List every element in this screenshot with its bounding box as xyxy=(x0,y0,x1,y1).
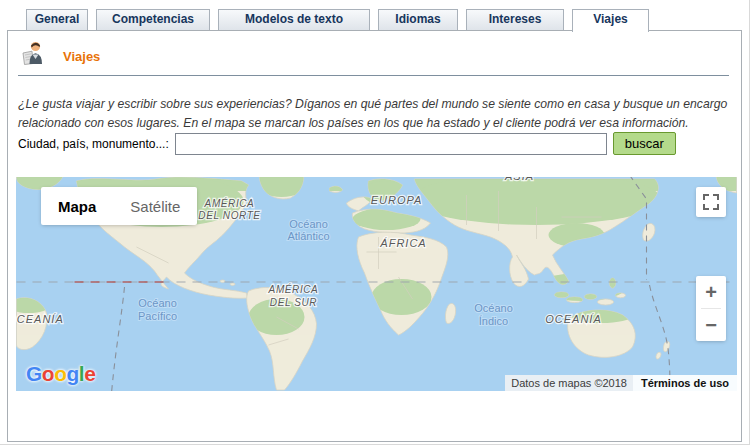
svg-text:Índico: Índico xyxy=(479,315,508,327)
map-type-map-button[interactable]: Mapa xyxy=(41,187,113,225)
tab-intereses[interactable]: Intereses xyxy=(466,9,564,30)
fullscreen-button[interactable] xyxy=(696,187,726,217)
label-america-del-sur: AMÉRICA xyxy=(268,283,319,295)
map-attribution: Datos de mapas ©2018 Términos de uso xyxy=(505,375,737,391)
terms-of-use-link[interactable]: Términos de uso xyxy=(633,375,737,391)
header-divider xyxy=(18,75,729,76)
svg-text:Atlántico: Atlántico xyxy=(287,230,329,242)
label-oceano-atlantico: Océano xyxy=(289,218,328,230)
viajes-panel: Viajes ¿Le gusta viajar y escribir sobre… xyxy=(7,30,742,442)
zoom-control: + − xyxy=(696,276,726,341)
tab-competencias[interactable]: Competencias xyxy=(96,9,210,30)
map-type-control: Mapa Satélite xyxy=(41,187,197,225)
svg-text:DEL SUR: DEL SUR xyxy=(270,297,317,308)
search-button[interactable]: buscar xyxy=(613,132,676,155)
search-input[interactable] xyxy=(175,133,607,155)
world-map[interactable]: AMÉRICA DEL NORTE EUROPA ÁFRICA ASIA AMÉ… xyxy=(16,177,737,391)
traveler-icon xyxy=(20,39,47,66)
label-america-del-norte: AMÉRICA xyxy=(204,197,255,209)
tab-idiomas[interactable]: Idiomas xyxy=(378,9,458,30)
svg-text:DEL NORTE: DEL NORTE xyxy=(198,210,260,221)
section-header: Viajes xyxy=(20,39,100,66)
google-logo[interactable]: Google xyxy=(26,362,95,386)
page-title: Viajes xyxy=(63,49,100,64)
fullscreen-icon xyxy=(703,194,719,210)
search-row: Ciudad, país, monumento...: buscar xyxy=(18,132,676,155)
map-data-copyright: Datos de mapas ©2018 xyxy=(505,375,633,391)
label-oceania-left: OCEANÍA xyxy=(16,313,64,325)
tab-modelos-de-texto[interactable]: Modelos de texto xyxy=(218,9,370,30)
svg-text:Pacífico: Pacífico xyxy=(138,310,177,322)
zoom-out-button[interactable]: − xyxy=(696,309,726,341)
zoom-in-button[interactable]: + xyxy=(696,276,726,308)
tab-strip: GeneralCompetenciasModelos de textoIdiom… xyxy=(26,9,649,32)
tab-general[interactable]: General xyxy=(26,9,88,30)
search-label: Ciudad, país, monumento...: xyxy=(18,137,169,151)
label-europa: EUROPA xyxy=(371,194,423,206)
label-oceano-pacifico: Océano xyxy=(138,297,177,309)
tab-viajes[interactable]: Viajes xyxy=(572,9,649,32)
label-oceania: OCEANÍA xyxy=(545,313,602,325)
label-asia: ASIA xyxy=(504,177,534,182)
map-type-satellite-button[interactable]: Satélite xyxy=(113,187,197,225)
intro-text: ¿Le gusta viajar y escribir sobre sus ex… xyxy=(18,95,736,133)
label-oceano-indico: Océano xyxy=(474,302,513,314)
label-africa: ÁFRICA xyxy=(379,237,426,249)
